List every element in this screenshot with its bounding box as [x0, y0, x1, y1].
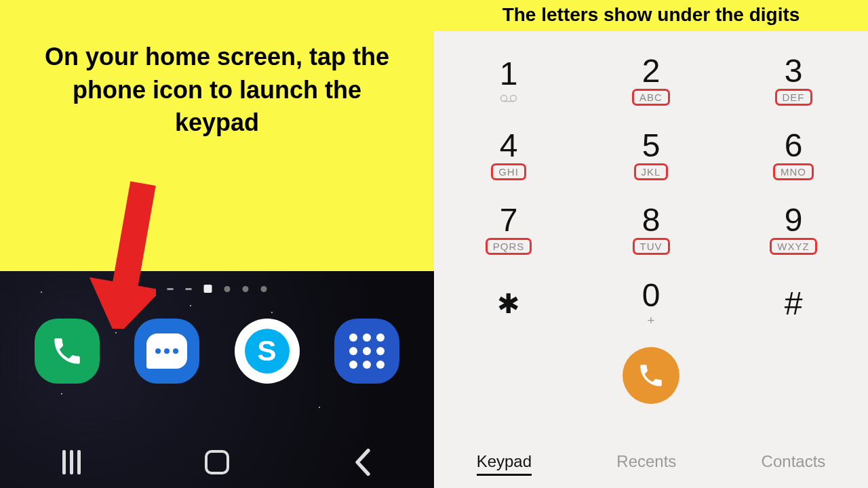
svg-point-2: [501, 96, 507, 102]
skype-app-icon[interactable]: S: [235, 319, 300, 384]
key-digit: 0: [642, 279, 660, 312]
page-indicator[interactable]: [167, 285, 267, 293]
key-letters: ABC: [632, 89, 670, 106]
svg-point-3: [511, 96, 517, 102]
key-star[interactable]: ✱: [448, 270, 570, 338]
key-digit: 9: [785, 204, 803, 237]
key-0[interactable]: 0 +: [590, 270, 712, 338]
key-3[interactable]: 3 DEF: [732, 46, 854, 114]
home-screen: S: [0, 271, 434, 488]
right-title: The letters show under the digits: [434, 0, 868, 31]
key-4[interactable]: 4 GHI: [448, 121, 570, 188]
tab-keypad[interactable]: Keypad: [477, 449, 532, 476]
key-digit: 1: [500, 58, 518, 90]
home-page-dot-icon: [204, 285, 212, 293]
key-digit: 7: [500, 204, 518, 237]
key-7[interactable]: 7 PQRS: [448, 195, 570, 263]
key-digit: 3: [785, 55, 803, 87]
page-dot-icon: [243, 286, 249, 292]
instruction-arrow-icon: [75, 173, 156, 329]
key-letters: WXYZ: [770, 238, 816, 255]
left-instruction: On your home screen, tap the phone icon …: [0, 0, 434, 140]
key-digit: 8: [642, 204, 660, 237]
key-digit: 4: [500, 129, 518, 162]
dock: S: [0, 319, 434, 384]
dialer-keypad: 1 2 ABC 3 DEF 4 GHI 5 JKL 6 MNO 7 PQRS: [434, 46, 868, 338]
key-8[interactable]: 8 TUV: [590, 195, 712, 263]
key-letters: DEF: [775, 89, 812, 106]
voicemail-icon: [500, 94, 517, 102]
key-letters: JKL: [634, 163, 669, 180]
key-6[interactable]: 6 MNO: [732, 121, 854, 188]
key-letters: MNO: [773, 163, 814, 180]
nav-recents-button[interactable]: [62, 450, 81, 474]
key-9[interactable]: 9 WXYZ: [732, 195, 854, 263]
page-dot-icon: [261, 286, 267, 292]
key-letters: TUV: [633, 238, 670, 255]
apps-page-icon: [167, 288, 174, 290]
message-bubble-icon: [146, 333, 187, 369]
page-dot-icon: [224, 286, 231, 292]
right-panel: The letters show under the digits 1 2 AB…: [434, 0, 868, 488]
key-digit: #: [785, 287, 803, 320]
key-digit: 6: [785, 129, 803, 162]
key-5[interactable]: 5 JKL: [590, 121, 712, 188]
svg-rect-0: [112, 181, 156, 292]
phone-handset-icon: [637, 361, 665, 390]
key-digit: 5: [642, 129, 660, 162]
key-letters: GHI: [491, 163, 526, 180]
navigation-bar: [0, 449, 434, 476]
svg-marker-1: [80, 277, 156, 329]
key-2[interactable]: 2 ABC: [590, 46, 712, 114]
apps-grid-icon: [349, 333, 384, 369]
apps-page-icon: [186, 288, 192, 290]
key-sub: +: [647, 313, 654, 328]
left-panel: On your home screen, tap the phone icon …: [0, 0, 434, 488]
nav-home-button[interactable]: [205, 450, 229, 474]
key-1[interactable]: 1: [448, 46, 570, 114]
phone-handset-icon: [50, 334, 84, 368]
nav-back-button[interactable]: [353, 449, 372, 476]
skype-s-icon: S: [245, 329, 290, 373]
tab-contacts[interactable]: Contacts: [762, 449, 826, 476]
apps-drawer-icon[interactable]: [334, 319, 399, 384]
key-digit: ✱: [497, 290, 520, 317]
key-digit: 2: [642, 55, 660, 87]
key-letters: PQRS: [486, 238, 532, 255]
back-icon: [353, 449, 372, 476]
key-hash[interactable]: #: [732, 270, 854, 338]
tab-recents[interactable]: Recents: [616, 449, 676, 476]
call-button[interactable]: [623, 347, 679, 404]
dialer-tabs: Keypad Recents Contacts: [434, 449, 868, 476]
